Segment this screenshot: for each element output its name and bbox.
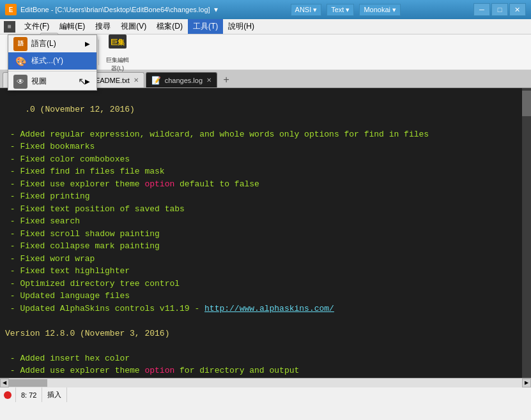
h-scroll-left[interactable]: ◀ <box>0 379 9 387</box>
tab-readme-close[interactable]: ✕ <box>134 77 139 84</box>
title-bar-title: EditBone - [C:\Users\brian\Desktop\EditB… <box>20 6 210 13</box>
tab-changes[interactable]: 📝 changes.log ✕ <box>146 72 217 87</box>
minimize-button[interactable]: ─ <box>473 3 490 16</box>
macro-toolbar-btn[interactable]: 巨集 巨集編輯器(L) <box>103 38 132 67</box>
status-red-dot <box>4 391 12 399</box>
insert-mode-text: 插入 <box>47 390 61 400</box>
line-21: - Added use explorer theme option for di… <box>5 366 299 375</box>
close-button[interactable]: ✕ <box>509 3 526 16</box>
line-15: - Updated language files <box>5 291 130 301</box>
h-scroll-right[interactable]: ▶ <box>522 379 531 387</box>
svg-text:巨集: 巨集 <box>111 38 125 46</box>
style-icon: 🎨 <box>13 54 27 68</box>
toolbar-sep-1 <box>98 40 99 65</box>
macro-icon: 巨集 <box>107 32 128 55</box>
editor-content[interactable]: .0 (November 12, 2016) - Added regular e… <box>0 88 522 378</box>
view-icon: 👁 <box>13 75 27 89</box>
menu-item-edit[interactable]: 編輯(E) <box>54 19 90 34</box>
line-4: - Fixed color comboboxes <box>5 154 130 164</box>
dropdown-language-arrow: ▶ <box>85 40 90 47</box>
text-chevron: ▾ <box>346 6 350 14</box>
title-bar-dropdowns: ANSI ▾ Text ▾ Monokai ▾ <box>291 4 401 16</box>
macro-btn-label: 巨集編輯器(L) <box>104 56 132 73</box>
encoding-dropdown[interactable]: ANSI ▾ <box>291 4 322 16</box>
editor-scrollbar[interactable] <box>522 88 531 378</box>
dropdown-language-label: 語言(L) <box>31 38 56 49</box>
line-5: - Fixed find in files file mask <box>5 167 165 176</box>
line-12: - Fixed word wrap <box>5 254 95 264</box>
title-bar-controls: ─ □ ✕ <box>473 3 526 16</box>
dropdown-menu: 語 語言(L) ▶ 🎨 樣式...(Y) 👁 視圖 ▶ <box>8 34 97 91</box>
text-label: Text <box>331 6 344 13</box>
status-indicator <box>0 387 15 403</box>
dropdown-sep <box>8 71 96 71</box>
maximize-button[interactable]: □ <box>491 3 508 16</box>
title-bar: E EditBone - [C:\Users\brian\Desktop\Edi… <box>0 0 531 19</box>
menu-item-format[interactable]: 檔案(D) <box>151 19 188 34</box>
title-dropdown-arrow[interactable]: ▾ <box>214 5 218 14</box>
scrollbar-thumb[interactable] <box>522 91 531 116</box>
h-scrollbar-track[interactable] <box>9 379 522 387</box>
theme-label: Monokai <box>364 6 390 13</box>
line-8: - Fixed text position of saved tabs <box>5 204 185 214</box>
position-text: 8: 72 <box>21 391 36 399</box>
dropdown-language[interactable]: 語 語言(L) ▶ <box>8 35 96 52</box>
title-bar-left: E EditBone - [C:\Users\brian\Desktop\Edi… <box>5 4 218 15</box>
line-18: Version 12.8.0 (November 3, 2016) <box>5 329 169 338</box>
line-3: - Fixed bookmarks <box>5 142 95 151</box>
menu-item-home[interactable]: ≡ <box>0 19 19 34</box>
status-bar: 8: 72 插入 <box>0 387 531 402</box>
line-0: .0 (November 12, 2016) <box>25 105 135 114</box>
status-insert-mode: 插入 <box>42 387 67 402</box>
dropdown-view-label: 視圖 <box>31 76 47 87</box>
line-2: - Added regular expression, wildcard, an… <box>5 130 429 139</box>
line-9: - Fixed search <box>5 216 80 226</box>
line-13: - Fixed text highlighter <box>5 266 130 276</box>
tab-changes-icon: 📝 <box>151 76 161 85</box>
app-icon: E <box>5 4 17 15</box>
menu-item-tools[interactable]: 工具(T) <box>188 19 223 34</box>
h-scrollbar-container: ◀ ▶ <box>0 378 531 387</box>
dropdown-style-label: 樣式...(Y) <box>31 56 63 66</box>
dropdown-style-icon: 🎨 <box>13 54 27 68</box>
lang-icon: 語 <box>13 37 27 51</box>
encoding-chevron: ▾ <box>313 6 317 14</box>
line-14: - Optimized directory tree control <box>5 279 180 289</box>
dropdown-view[interactable]: 👁 視圖 ▶ <box>8 73 96 90</box>
line-7: - Fixed printing <box>5 191 90 201</box>
status-position: 8: 72 <box>15 387 42 402</box>
menu-bar: ≡ 文件(F) 編輯(E) 搜尋 視圖(V) 檔案(D) 工具(T) 說明(H) <box>0 19 531 34</box>
h-scrollbar-thumb[interactable] <box>9 379 47 387</box>
line-6: - Fixed use explorer theme option defaul… <box>5 179 259 189</box>
line-11: - Fixed collapse mark painting <box>5 241 160 251</box>
new-tab-button[interactable]: + <box>219 72 234 87</box>
line-10: - Fixed scroll shadow painting <box>5 229 160 239</box>
dropdown-style[interactable]: 🎨 樣式...(Y) <box>8 52 96 70</box>
encoding-label: ANSI <box>295 6 312 13</box>
dropdown-view-icon: 👁 <box>13 75 27 89</box>
text-dropdown[interactable]: Text ▾ <box>327 4 354 16</box>
dropdown-language-icon: 語 <box>13 37 27 51</box>
theme-dropdown[interactable]: Monokai ▾ <box>359 4 401 16</box>
dropdown-view-arrow: ▶ <box>85 78 90 85</box>
editor-container: .0 (November 12, 2016) - Added regular e… <box>0 88 531 378</box>
line-16: - Updated AlphaSkins controls v11.19 - h… <box>5 304 334 313</box>
tab-changes-label: changes.log <box>165 77 203 84</box>
theme-chevron: ▾ <box>392 6 396 14</box>
tab-changes-close[interactable]: ✕ <box>206 77 212 84</box>
menu-item-help[interactable]: 說明(H) <box>223 19 259 34</box>
line-20: - Added insert hex color <box>5 354 130 363</box>
